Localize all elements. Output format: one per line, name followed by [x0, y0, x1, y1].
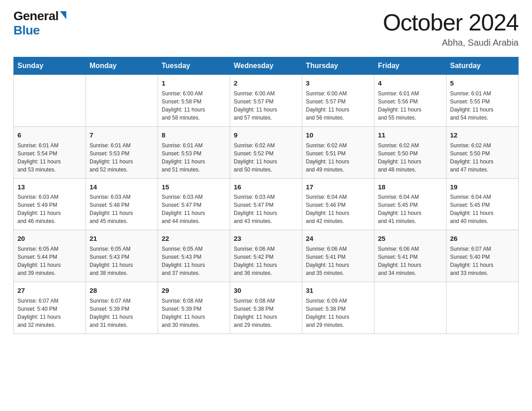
logo-blue-text: Blue	[13, 23, 40, 38]
day-info: Sunrise: 6:00 AM Sunset: 5:57 PM Dayligh…	[234, 90, 298, 122]
day-info: Sunrise: 6:01 AM Sunset: 5:54 PM Dayligh…	[17, 141, 82, 174]
day-info: Sunrise: 6:00 AM Sunset: 5:58 PM Dayligh…	[162, 90, 226, 122]
day-number: 17	[306, 182, 370, 192]
day-number: 8	[162, 130, 226, 140]
day-info: Sunrise: 6:05 AM Sunset: 5:43 PM Dayligh…	[162, 245, 226, 277]
calendar-cell: 19Sunrise: 6:04 AM Sunset: 5:45 PM Dayli…	[446, 178, 519, 230]
calendar-cell: 30Sunrise: 6:08 AM Sunset: 5:38 PM Dayli…	[230, 282, 302, 334]
calendar-cell: 29Sunrise: 6:08 AM Sunset: 5:39 PM Dayli…	[158, 282, 230, 334]
calendar-cell: 25Sunrise: 6:06 AM Sunset: 5:41 PM Dayli…	[374, 230, 446, 282]
calendar-cell: 2Sunrise: 6:00 AM Sunset: 5:57 PM Daylig…	[230, 75, 302, 127]
calendar-cell: 14Sunrise: 6:03 AM Sunset: 5:48 PM Dayli…	[86, 178, 158, 230]
calendar-cell: 5Sunrise: 6:01 AM Sunset: 5:55 PM Daylig…	[446, 75, 519, 127]
day-info: Sunrise: 6:06 AM Sunset: 5:42 PM Dayligh…	[234, 245, 298, 277]
day-number: 13	[17, 182, 82, 192]
day-info: Sunrise: 6:06 AM Sunset: 5:41 PM Dayligh…	[378, 245, 442, 277]
calendar-cell: 8Sunrise: 6:01 AM Sunset: 5:53 PM Daylig…	[158, 126, 230, 178]
column-header-wednesday: Wednesday	[230, 57, 302, 75]
logo: General Blue	[13, 9, 66, 38]
day-info: Sunrise: 6:02 AM Sunset: 5:51 PM Dayligh…	[306, 141, 370, 174]
calendar-cell: 13Sunrise: 6:03 AM Sunset: 5:49 PM Dayli…	[14, 178, 86, 230]
day-info: Sunrise: 6:02 AM Sunset: 5:50 PM Dayligh…	[450, 141, 515, 174]
calendar-week-row: 27Sunrise: 6:07 AM Sunset: 5:40 PM Dayli…	[14, 282, 519, 334]
day-number: 4	[378, 78, 442, 88]
day-number: 26	[450, 234, 515, 244]
day-info: Sunrise: 6:06 AM Sunset: 5:41 PM Dayligh…	[306, 245, 370, 277]
day-info: Sunrise: 6:05 AM Sunset: 5:43 PM Dayligh…	[90, 245, 154, 277]
day-info: Sunrise: 6:00 AM Sunset: 5:57 PM Dayligh…	[306, 90, 370, 122]
calendar-table: SundayMondayTuesdayWednesdayThursdayFrid…	[13, 57, 519, 334]
day-info: Sunrise: 6:07 AM Sunset: 5:40 PM Dayligh…	[450, 245, 515, 277]
day-number: 1	[162, 78, 226, 88]
day-number: 28	[90, 286, 154, 295]
day-number: 3	[306, 78, 370, 88]
calendar-cell: 27Sunrise: 6:07 AM Sunset: 5:40 PM Dayli…	[14, 282, 86, 334]
day-info: Sunrise: 6:03 AM Sunset: 5:47 PM Dayligh…	[234, 193, 298, 225]
day-info: Sunrise: 6:01 AM Sunset: 5:55 PM Dayligh…	[450, 90, 515, 122]
day-number: 14	[90, 182, 154, 192]
calendar-cell: 3Sunrise: 6:00 AM Sunset: 5:57 PM Daylig…	[302, 75, 374, 127]
day-info: Sunrise: 6:04 AM Sunset: 5:46 PM Dayligh…	[306, 193, 370, 225]
day-info: Sunrise: 6:03 AM Sunset: 5:48 PM Dayligh…	[90, 193, 154, 225]
day-info: Sunrise: 6:05 AM Sunset: 5:44 PM Dayligh…	[17, 245, 82, 277]
day-info: Sunrise: 6:01 AM Sunset: 5:53 PM Dayligh…	[162, 141, 226, 174]
calendar-cell: 20Sunrise: 6:05 AM Sunset: 5:44 PM Dayli…	[14, 230, 86, 282]
day-number: 25	[378, 234, 442, 244]
calendar-cell: 11Sunrise: 6:02 AM Sunset: 5:50 PM Dayli…	[374, 126, 446, 178]
day-number: 19	[450, 182, 515, 192]
day-number: 10	[306, 130, 370, 140]
day-number: 20	[17, 234, 82, 244]
calendar-cell: 15Sunrise: 6:03 AM Sunset: 5:47 PM Dayli…	[158, 178, 230, 230]
day-info: Sunrise: 6:02 AM Sunset: 5:50 PM Dayligh…	[378, 141, 442, 174]
logo-triangle-icon	[60, 11, 66, 19]
calendar-cell: 10Sunrise: 6:02 AM Sunset: 5:51 PM Dayli…	[302, 126, 374, 178]
day-info: Sunrise: 6:01 AM Sunset: 5:56 PM Dayligh…	[378, 90, 442, 122]
column-header-tuesday: Tuesday	[158, 57, 230, 75]
calendar-cell: 23Sunrise: 6:06 AM Sunset: 5:42 PM Dayli…	[230, 230, 302, 282]
calendar-cell: 18Sunrise: 6:04 AM Sunset: 5:45 PM Dayli…	[374, 178, 446, 230]
day-number: 6	[17, 130, 82, 140]
calendar-cell: 4Sunrise: 6:01 AM Sunset: 5:56 PM Daylig…	[374, 75, 446, 127]
day-info: Sunrise: 6:03 AM Sunset: 5:49 PM Dayligh…	[17, 193, 82, 225]
day-info: Sunrise: 6:04 AM Sunset: 5:45 PM Dayligh…	[450, 193, 515, 225]
day-number: 12	[450, 130, 515, 140]
day-number: 31	[306, 286, 370, 295]
day-number: 29	[162, 286, 226, 295]
column-header-friday: Friday	[374, 57, 446, 75]
calendar-cell: 9Sunrise: 6:02 AM Sunset: 5:52 PM Daylig…	[230, 126, 302, 178]
day-number: 15	[162, 182, 226, 192]
calendar-cell: 28Sunrise: 6:07 AM Sunset: 5:39 PM Dayli…	[86, 282, 158, 334]
day-info: Sunrise: 6:01 AM Sunset: 5:53 PM Dayligh…	[90, 141, 154, 174]
day-info: Sunrise: 6:09 AM Sunset: 5:38 PM Dayligh…	[306, 297, 370, 329]
calendar-cell: 26Sunrise: 6:07 AM Sunset: 5:40 PM Dayli…	[446, 230, 519, 282]
day-number: 16	[234, 182, 298, 192]
calendar-cell: 22Sunrise: 6:05 AM Sunset: 5:43 PM Dayli…	[158, 230, 230, 282]
calendar-cell: 1Sunrise: 6:00 AM Sunset: 5:58 PM Daylig…	[158, 75, 230, 127]
day-number: 22	[162, 234, 226, 244]
calendar-week-row: 20Sunrise: 6:05 AM Sunset: 5:44 PM Dayli…	[14, 230, 519, 282]
location: Abha, Saudi Arabia	[383, 38, 519, 48]
calendar-cell	[14, 75, 86, 127]
day-number: 7	[90, 130, 154, 140]
column-header-saturday: Saturday	[446, 57, 519, 75]
day-number: 21	[90, 234, 154, 244]
calendar-cell: 17Sunrise: 6:04 AM Sunset: 5:46 PM Dayli…	[302, 178, 374, 230]
calendar-week-row: 6Sunrise: 6:01 AM Sunset: 5:54 PM Daylig…	[14, 126, 519, 178]
day-number: 30	[234, 286, 298, 295]
calendar-cell: 12Sunrise: 6:02 AM Sunset: 5:50 PM Dayli…	[446, 126, 519, 178]
column-header-thursday: Thursday	[302, 57, 374, 75]
column-header-sunday: Sunday	[14, 57, 86, 75]
page-header: General Blue October 2024 Abha, Saudi Ar…	[13, 9, 519, 48]
month-title: October 2024	[383, 9, 519, 36]
day-info: Sunrise: 6:04 AM Sunset: 5:45 PM Dayligh…	[378, 193, 442, 225]
calendar-cell	[86, 75, 158, 127]
calendar-cell: 6Sunrise: 6:01 AM Sunset: 5:54 PM Daylig…	[14, 126, 86, 178]
day-number: 5	[450, 78, 515, 88]
calendar-cell	[374, 282, 446, 334]
day-info: Sunrise: 6:08 AM Sunset: 5:39 PM Dayligh…	[162, 297, 226, 329]
day-info: Sunrise: 6:03 AM Sunset: 5:47 PM Dayligh…	[162, 193, 226, 225]
calendar-cell: 24Sunrise: 6:06 AM Sunset: 5:41 PM Dayli…	[302, 230, 374, 282]
calendar-cell: 31Sunrise: 6:09 AM Sunset: 5:38 PM Dayli…	[302, 282, 374, 334]
day-number: 23	[234, 234, 298, 244]
logo-general-text: General	[13, 9, 59, 23]
